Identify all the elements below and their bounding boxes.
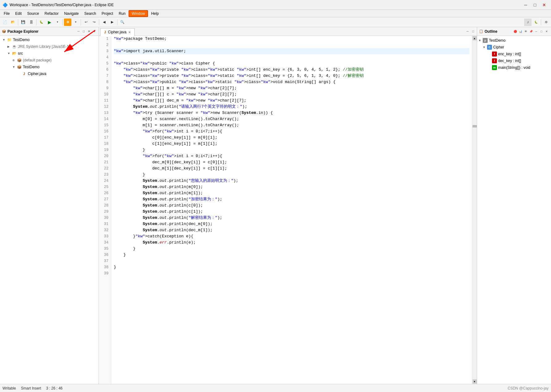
tree-arrow-src: ▼ bbox=[7, 52, 12, 55]
toolbar-ext-dropdown[interactable]: ▼ bbox=[72, 19, 79, 26]
title-bar: 🔷 Workspace - TestDemo/src/TestDemo/Ciph… bbox=[0, 0, 551, 10]
tree-item-cipher-java[interactable]: J Cipher.java bbox=[0, 70, 99, 77]
package-explorer-tree: ▼ 📁 TestDemo ▶ ☕ JRE System Library [Jav… bbox=[0, 36, 99, 384]
toolbar-debug-btn[interactable]: 🐛 bbox=[38, 19, 45, 26]
tree-arrow-testdemo-pkg: ▼ bbox=[12, 65, 17, 69]
menu-source[interactable]: Source bbox=[25, 10, 41, 17]
tree-label-testdemo: TestDemo bbox=[13, 38, 30, 42]
status-writable: Writable bbox=[2, 386, 16, 390]
toolbar-ext-tools-btn[interactable]: ⚙ bbox=[64, 19, 71, 26]
package-explorer-icon: 📦 bbox=[2, 29, 6, 33]
toolbar-perspective2-btn[interactable]: 🐛 bbox=[532, 19, 540, 26]
menu-navigate[interactable]: Navigate bbox=[61, 10, 81, 17]
code-line-26: System.out.println(m[1]); bbox=[114, 190, 469, 196]
tree-item-default-pkg[interactable]: ⊕ 📦 (default package) bbox=[0, 57, 99, 64]
tree-arrow-testdemo: ▼ bbox=[2, 38, 7, 41]
code-line-32: System.out.println(dec_m[1]); bbox=[114, 227, 469, 233]
toolbar-prefs-btn[interactable]: ⚙ bbox=[542, 19, 550, 26]
code-line-25: System.out.println(m[0]); bbox=[114, 184, 469, 190]
outline-item-enc-key[interactable]: f enc_key : int[] bbox=[477, 51, 551, 57]
code-content[interactable]: "kw">package TestDemo; "kw">import java.… bbox=[111, 36, 472, 384]
editor-tab-cipher[interactable]: J Cipher.java ✕ bbox=[100, 28, 135, 36]
toolbar-run-btn[interactable]: ▶ bbox=[46, 19, 53, 26]
code-line-17: c[0][enc_key[i]] = m[0][i]; bbox=[114, 135, 469, 141]
outline-label-dec-key: dec_key : int[] bbox=[498, 59, 521, 63]
outline-maximize-btn[interactable]: □ bbox=[539, 29, 544, 34]
toolbar-sep-4 bbox=[81, 19, 81, 25]
project-icon: 📁 bbox=[7, 37, 12, 42]
menu-help[interactable]: Help bbox=[149, 10, 161, 17]
code-line-16: "kw">for("kw">int i = 0;i<7;i++){ bbox=[114, 128, 469, 135]
code-line-12: System.out.println("请输入两行7个英文字符的明文："); bbox=[114, 104, 469, 110]
toolbar-redo-btn[interactable]: ↪ bbox=[90, 19, 98, 26]
toolbar-open-btn[interactable]: 📂 bbox=[9, 19, 17, 26]
toolbar-search-btn[interactable]: 🔍 bbox=[119, 19, 126, 26]
panel-minimize-btn[interactable]: ─ bbox=[76, 29, 81, 34]
status-smart-insert: Smart Insert bbox=[21, 386, 41, 390]
toolbar-perspective-btn[interactable]: J bbox=[524, 19, 532, 26]
toolbar-new-btn[interactable]: 📄 bbox=[1, 19, 9, 26]
outline-item-dec-key[interactable]: f dec_key : int[] bbox=[477, 57, 551, 64]
code-line-38: } bbox=[114, 264, 469, 270]
package-explorer-title: Package Explorer bbox=[7, 29, 75, 34]
window-title: Workspace - TestDemo/src/TestDemo/Cipher… bbox=[10, 3, 114, 7]
outline-minimize-btn[interactable]: ─ bbox=[534, 29, 539, 34]
outline-sort-btn[interactable]: 📊 bbox=[518, 29, 523, 34]
outline-class-icon: C bbox=[487, 45, 492, 50]
java-file-icon: J bbox=[22, 71, 27, 76]
toolbar-navigate-back[interactable]: ◀ bbox=[100, 19, 108, 26]
testdemo-pkg-icon: 📦 bbox=[17, 65, 22, 69]
editor-scrollbar[interactable]: ▲ ▼ bbox=[472, 36, 477, 384]
code-line-6: "kw">class="kw">private "kw">class="kw">… bbox=[114, 67, 469, 73]
default-pkg-icon: 📦 bbox=[17, 58, 22, 63]
outline-collapse-btn[interactable]: 🔴 bbox=[513, 29, 518, 34]
tree-item-testdemo-pkg[interactable]: ▼ 📦 TestDemo bbox=[0, 64, 99, 70]
tree-item-src[interactable]: ▼ 📂 src bbox=[0, 50, 99, 57]
menu-refactor[interactable]: Refactor bbox=[42, 10, 61, 17]
toolbar-undo-btn[interactable]: ↩ bbox=[82, 19, 90, 26]
panel-view-menu-btn[interactable]: ▾ bbox=[92, 29, 97, 34]
outline-item-testdemo[interactable]: ▼ p TestDemo bbox=[477, 37, 551, 44]
menu-window[interactable]: Window bbox=[129, 10, 148, 17]
outline-hide-btn[interactable]: 👁 bbox=[523, 29, 528, 34]
code-line-10: "kw">char[][] c = "kw">new "kw">char[2][… bbox=[114, 91, 469, 98]
panel-close-btn[interactable]: ✕ bbox=[87, 29, 91, 34]
editor-maximize-btn[interactable]: □ bbox=[471, 29, 476, 34]
maximize-button[interactable]: □ bbox=[531, 2, 539, 8]
close-button[interactable]: ✕ bbox=[540, 2, 549, 8]
menu-project[interactable]: Project bbox=[99, 10, 116, 17]
toolbar-save-btn[interactable]: 💾 bbox=[19, 19, 27, 26]
code-line-34: System.err.println(e); bbox=[114, 240, 469, 246]
menu-search[interactable]: Search bbox=[82, 10, 99, 17]
outline-pkg-icon: p bbox=[483, 38, 488, 43]
tree-item-jre[interactable]: ▶ ☕ JRE System Library [JavaSE-17] bbox=[0, 43, 99, 50]
code-line-35: } bbox=[114, 246, 469, 252]
code-line-3: "kw">import java.util.Scanner; bbox=[114, 48, 469, 54]
toolbar-sep-5 bbox=[99, 19, 99, 25]
editor-minimize-btn[interactable]: ─ bbox=[465, 29, 470, 34]
toolbar-navigate-fwd[interactable]: ▶ bbox=[108, 19, 116, 26]
toolbar-run-dropdown[interactable]: ▼ bbox=[54, 19, 61, 26]
editor-area: J Cipher.java ✕ ─ □ 12345678910111213141… bbox=[99, 27, 477, 384]
menu-file[interactable]: File bbox=[1, 10, 12, 17]
code-editor[interactable]: 1234567891011121314151617181920212223242… bbox=[99, 36, 477, 384]
tree-item-testdemo[interactable]: ▼ 📁 TestDemo bbox=[0, 36, 99, 43]
tab-close-btn[interactable]: ✕ bbox=[128, 31, 131, 34]
menu-edit[interactable]: Edit bbox=[13, 10, 24, 17]
menu-run[interactable]: Run bbox=[116, 10, 128, 17]
code-line-19: } bbox=[114, 147, 469, 153]
toolbar-sep-2 bbox=[36, 19, 36, 25]
outline-label-cipher: Cipher bbox=[493, 45, 504, 49]
panel-maximize-btn[interactable]: □ bbox=[81, 29, 86, 34]
outline-item-main[interactable]: m main(String[]) : void bbox=[477, 64, 551, 71]
status-bar: Writable Smart Insert 3 : 26 : 46 CSDN @… bbox=[0, 384, 551, 392]
outline-close-btn[interactable]: ✕ bbox=[544, 29, 549, 34]
code-line-33: }"kw">catch(Exception e){ bbox=[114, 233, 469, 240]
outline-pin-btn[interactable]: 📌 bbox=[528, 29, 533, 34]
toolbar-save-all-btn[interactable]: 🗄 bbox=[28, 19, 35, 26]
main-layout: 📦 Package Explorer ─ □ ✕ ▾ ▼ 📁 TestDemo bbox=[0, 27, 551, 384]
tree-label-testdemo-pkg: TestDemo bbox=[23, 65, 40, 69]
minimize-button[interactable]: ─ bbox=[521, 2, 530, 8]
outline-item-cipher[interactable]: ▼ C Cipher bbox=[477, 44, 551, 51]
status-credit: CSDN @Cappuccino-jay bbox=[508, 386, 549, 390]
